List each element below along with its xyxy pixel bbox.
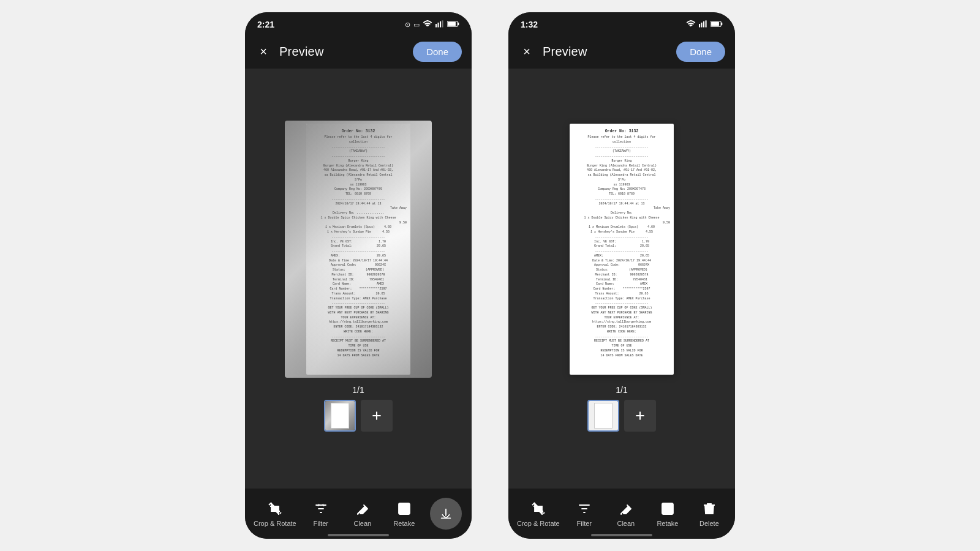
- right-done-button[interactable]: Done: [676, 42, 725, 62]
- left-thumbnail-1[interactable]: [324, 400, 356, 432]
- left-clean-label: Clean: [353, 520, 371, 527]
- svg-point-19: [666, 508, 669, 510]
- right-status-bar: 1:32: [508, 12, 735, 34]
- left-time: 2:21: [257, 20, 274, 29]
- right-tool-clean[interactable]: Clean: [609, 500, 643, 527]
- crop-rotate-icon: [266, 500, 284, 517]
- right-home-bar: [591, 534, 652, 536]
- svg-rect-2: [440, 21, 441, 28]
- right-filter-icon: [576, 500, 593, 517]
- page-wrapper: 2:21 ⊙ ▭: [0, 0, 980, 551]
- right-close-button[interactable]: ×: [518, 43, 535, 60]
- left-home-bar: [328, 534, 389, 536]
- left-crop-label: Crop & Rotate: [254, 520, 296, 527]
- left-receipt-text: Order No: 3132 Please refer to the last …: [310, 129, 407, 358]
- right-wifi-icon: [686, 20, 696, 29]
- right-tool-retake[interactable]: Retake: [650, 500, 685, 527]
- right-delete-icon: [701, 500, 718, 517]
- right-battery-icon: [710, 20, 723, 29]
- left-phone: 2:21 ⊙ ▭: [245, 12, 472, 539]
- left-receipt-paper: Order No: 3132 Please refer to the last …: [306, 124, 410, 375]
- left-retake-label: Retake: [393, 520, 415, 527]
- right-tool-filter[interactable]: Filter: [567, 500, 601, 527]
- left-filter-label: Filter: [314, 520, 328, 527]
- right-status-icons: [686, 20, 723, 29]
- right-phone: 1:32: [508, 12, 735, 539]
- right-signal-icon: [699, 20, 707, 29]
- left-close-button[interactable]: ×: [255, 43, 272, 60]
- rect-icon: ▭: [413, 21, 420, 29]
- download-active-button[interactable]: [430, 498, 462, 530]
- right-clean-label: Clean: [617, 520, 635, 527]
- right-thumb-receipt: [594, 403, 612, 429]
- left-content-area: Order No: 3132 Please refer to the last …: [245, 69, 472, 489]
- right-thumbnail-1[interactable]: [587, 400, 619, 432]
- right-filter-label: Filter: [577, 520, 592, 527]
- right-thumbnails-row: [587, 400, 656, 432]
- signal-icon: [435, 20, 444, 29]
- left-thumb-receipt: [331, 403, 349, 429]
- svg-rect-12: [703, 21, 704, 28]
- left-tool-clean[interactable]: Clean: [345, 500, 380, 527]
- left-status-bar: 2:21 ⊙ ▭: [245, 12, 472, 34]
- right-toolbar-left: × Preview: [518, 43, 587, 60]
- filter-icon: [312, 500, 330, 517]
- circle-icon: ⊙: [405, 21, 410, 29]
- right-receipt-paper: Order No: 3132 Please refer to the last …: [570, 124, 674, 375]
- right-bottom-toolbar: Crop & Rotate Filter C: [508, 489, 735, 539]
- clean-icon: [354, 500, 371, 517]
- right-page-indicator: 1/1: [616, 385, 627, 395]
- right-retake-icon: [659, 500, 676, 517]
- right-content-area: Order No: 3132 Please refer to the last …: [508, 69, 735, 489]
- left-tool-filter[interactable]: Filter: [304, 500, 338, 527]
- right-tool-delete[interactable]: Delete: [692, 500, 726, 527]
- wifi-icon: [423, 20, 432, 29]
- svg-rect-1: [438, 23, 439, 28]
- right-toolbar-title: Preview: [543, 45, 587, 59]
- right-tool-crop-rotate[interactable]: Crop & Rotate: [517, 500, 560, 527]
- svg-rect-5: [458, 23, 459, 25]
- right-crop-rotate-icon: [530, 500, 547, 517]
- right-retake-label: Retake: [657, 520, 678, 527]
- right-delete-label: Delete: [699, 520, 719, 527]
- left-status-icons: ⊙ ▭: [405, 20, 459, 29]
- left-page-indicator: 1/1: [352, 385, 364, 395]
- svg-rect-16: [711, 22, 719, 26]
- battery-icon: [447, 20, 459, 29]
- left-thumbnail-inner: [325, 401, 355, 430]
- svg-rect-0: [435, 24, 437, 28]
- right-clean-icon: [617, 500, 635, 517]
- retake-icon: [396, 500, 413, 517]
- right-crop-label: Crop & Rotate: [517, 520, 560, 527]
- svg-rect-6: [448, 22, 456, 26]
- left-tool-crop-rotate[interactable]: Crop & Rotate: [254, 500, 296, 527]
- left-tool-download[interactable]: [429, 498, 463, 530]
- right-time: 1:32: [521, 20, 538, 29]
- svg-point-9: [403, 508, 405, 510]
- svg-rect-13: [706, 20, 707, 27]
- right-toolbar: × Preview Done: [508, 34, 735, 69]
- left-done-button[interactable]: Done: [413, 42, 462, 62]
- left-toolbar-title: Preview: [279, 45, 324, 59]
- svg-rect-15: [721, 23, 722, 25]
- left-toolbar-left: × Preview: [255, 43, 324, 60]
- right-add-page-button[interactable]: [624, 400, 656, 432]
- left-bottom-toolbar: Crop & Rotate Filter: [245, 489, 472, 539]
- left-receipt-container: Order No: 3132 Please refer to the last …: [285, 121, 432, 378]
- right-receipt-text: Order No: 3132 Please refer to the last …: [573, 129, 670, 358]
- svg-rect-3: [442, 20, 443, 27]
- svg-rect-11: [701, 23, 703, 28]
- right-thumbnail-inner: [589, 401, 618, 430]
- left-thumbnails-row: [324, 400, 393, 432]
- left-toolbar: × Preview Done: [245, 34, 472, 69]
- left-add-page-button[interactable]: [361, 400, 393, 432]
- svg-rect-10: [699, 24, 700, 28]
- right-receipt-container: Order No: 3132 Please refer to the last …: [548, 121, 695, 378]
- left-tool-retake[interactable]: Retake: [387, 500, 421, 527]
